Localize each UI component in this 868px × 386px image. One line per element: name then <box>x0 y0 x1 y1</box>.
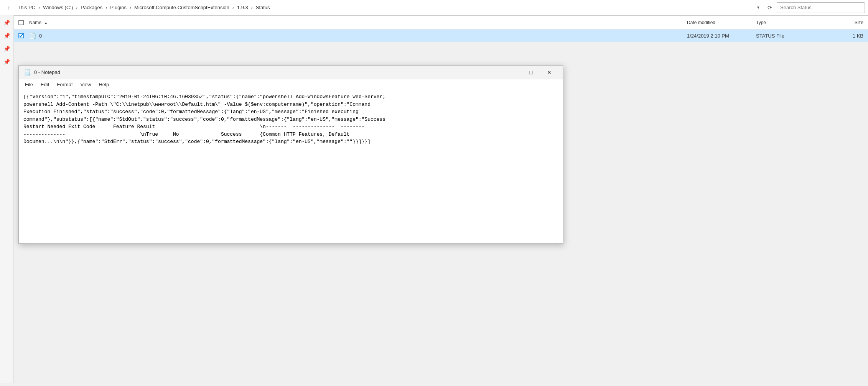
column-size-header[interactable]: Size <box>825 20 863 25</box>
menu-file[interactable]: File <box>22 81 36 88</box>
sidebar-icon-3[interactable]: 📌 <box>3 44 11 53</box>
refresh-button[interactable]: ⟳ <box>765 3 774 12</box>
file-type-cell: STATUS File <box>756 33 825 39</box>
menu-view[interactable]: View <box>77 81 94 88</box>
close-button[interactable]: ✕ <box>540 67 558 78</box>
search-input[interactable] <box>780 5 861 10</box>
up-button[interactable]: ↑ <box>3 2 15 13</box>
menu-edit[interactable]: Edit <box>38 81 52 88</box>
chevron-down-icon[interactable]: ▼ <box>754 3 763 12</box>
svg-rect-0 <box>19 20 23 25</box>
breadcrumb-plugins[interactable]: Plugins <box>109 4 128 11</box>
maximize-button[interactable]: □ <box>522 67 540 78</box>
notepad-menu: File Edit Format View Help <box>19 79 563 90</box>
table-row[interactable]: 🗒️ 0 1/24/2019 2:10 PM STATUS File 1 KB <box>14 30 868 42</box>
sidebar-panel: 📌 📌 📌 📌 <box>0 15 14 383</box>
file-list-area: Name ▲ Date modified Type Size 🗒️ 0 1/24… <box>14 16 868 42</box>
address-bar: ↑ This PC › Windows (C:) › Packages › Pl… <box>0 0 868 15</box>
notepad-content[interactable]: [{"version":"1","timestampUTC":"2019-01-… <box>19 90 563 243</box>
sort-arrow-icon: ▲ <box>44 21 48 25</box>
file-size-cell: 1 KB <box>825 33 863 39</box>
notepad-window: 🗒️ 0 - Notepad — □ ✕ File Edit Format Vi… <box>18 65 563 244</box>
sidebar-icon-1[interactable]: 📌 <box>3 18 11 27</box>
file-date-cell: 1/24/2019 2:10 PM <box>687 33 756 39</box>
minimize-button[interactable]: — <box>504 67 521 78</box>
sidebar-icon-4[interactable]: 📌 <box>3 57 11 66</box>
address-controls: ▼ ⟳ <box>754 2 865 13</box>
column-name-header[interactable]: Name ▲ <box>29 20 687 25</box>
file-checkbox[interactable] <box>18 33 29 38</box>
file-icon: 🗒️ <box>29 32 37 39</box>
select-all-checkbox[interactable] <box>18 20 29 25</box>
breadcrumb-version[interactable]: 1.9.3 <box>236 4 250 11</box>
notepad-title: 0 - Notepad <box>34 69 504 75</box>
notepad-icon: 🗒️ <box>23 69 31 76</box>
breadcrumb-windows-c[interactable]: Windows (C:) <box>41 4 74 11</box>
breadcrumb: This PC › Windows (C:) › Packages › Plug… <box>16 4 752 11</box>
file-list-header: Name ▲ Date modified Type Size <box>14 16 868 30</box>
breadcrumb-this-pc[interactable]: This PC <box>16 4 37 11</box>
window-controls: — □ ✕ <box>504 67 558 78</box>
column-type-header[interactable]: Type <box>756 20 825 25</box>
notepad-titlebar: 🗒️ 0 - Notepad — □ ✕ <box>19 66 563 79</box>
column-date-header[interactable]: Date modified <box>687 20 756 25</box>
menu-help[interactable]: Help <box>96 81 112 88</box>
breadcrumb-extension[interactable]: Microsoft.Compute.CustomScriptExtension <box>133 4 231 11</box>
breadcrumb-status[interactable]: Status <box>254 4 272 11</box>
search-box[interactable] <box>777 2 865 13</box>
breadcrumb-packages[interactable]: Packages <box>79 4 104 11</box>
menu-format[interactable]: Format <box>54 81 76 88</box>
file-name-cell: 🗒️ 0 <box>29 32 687 39</box>
sidebar-icon-2[interactable]: 📌 <box>3 31 11 40</box>
